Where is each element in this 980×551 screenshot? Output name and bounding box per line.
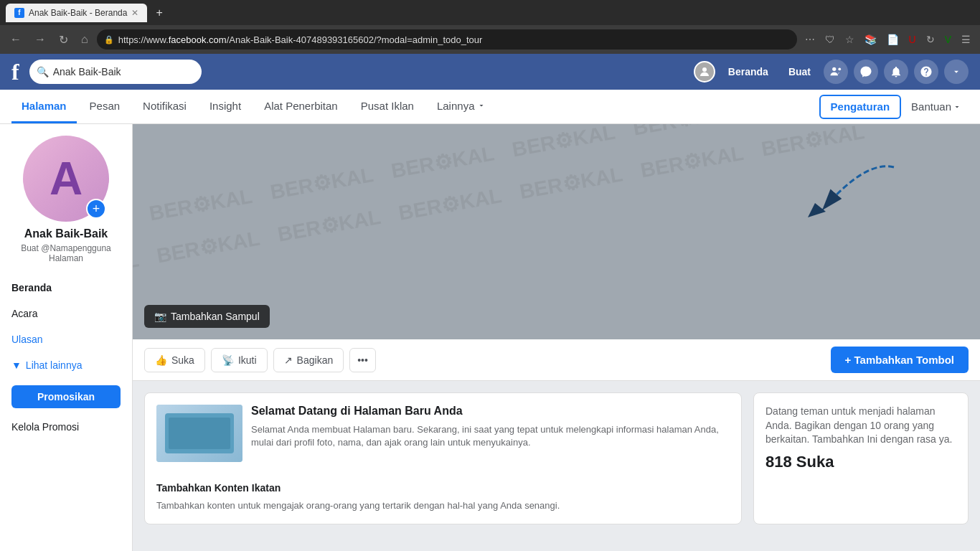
friends-icon-btn[interactable] bbox=[824, 60, 848, 84]
fb-header: f 🔍 Beranda Buat bbox=[0, 54, 980, 90]
sidebar-menu: Beranda Acara Ulasan ▼ Lihat lainnya bbox=[0, 275, 132, 378]
posts-area: Selamat Datang di Halaman Baru Anda Sela… bbox=[133, 381, 980, 536]
right-card-value: 818 Suka bbox=[765, 453, 956, 471]
beranda-link[interactable]: Beranda bbox=[721, 62, 776, 82]
post-thumbnail bbox=[156, 405, 242, 462]
fb-content: BER⚙KAL BER⚙KAL BER⚙KAL BER⚙KAL BER⚙KAL … bbox=[133, 124, 980, 551]
tab-title: Anak Baik-Baik - Beranda bbox=[29, 8, 127, 18]
search-icon: 🔍 bbox=[37, 66, 49, 77]
share-button[interactable]: ↗ Bagikan bbox=[273, 348, 344, 372]
add-cover-button[interactable]: 📷 Tambahkan Sampul bbox=[144, 305, 270, 328]
post-sub-desc: Tambahkan konten untuk mengajak orang-or… bbox=[145, 499, 741, 524]
fb-search-bar[interactable]: 🔍 bbox=[29, 60, 202, 84]
search-input[interactable] bbox=[53, 66, 182, 77]
share-icon: ↗ bbox=[284, 354, 293, 366]
nav-pusat-iklan[interactable]: Pusat Iklan bbox=[351, 90, 424, 123]
star-icon[interactable]: ☆ bbox=[842, 31, 858, 48]
arrow-annotation bbox=[779, 153, 923, 239]
browser-toolbar: ← → ↻ ⌂ 🔒 https://www.facebook.com/Anak-… bbox=[0, 25, 980, 54]
refresh-button[interactable]: ↻ bbox=[55, 30, 72, 50]
back-button[interactable]: ← bbox=[6, 30, 26, 49]
reader-icon[interactable]: 📄 bbox=[883, 31, 903, 48]
nav-pengaturan[interactable]: Pengaturan bbox=[819, 95, 902, 119]
address-text: https://www.facebook.com/Anak-Baik-Baik-… bbox=[118, 34, 790, 45]
help-icon-btn[interactable] bbox=[914, 60, 938, 84]
svg-marker-4 bbox=[808, 203, 826, 217]
home-button[interactable]: ⌂ bbox=[77, 30, 93, 49]
add-tombol-button[interactable]: + Tambahkan Tombol bbox=[831, 347, 969, 373]
nav-insight[interactable]: Insight bbox=[199, 90, 251, 123]
tab-favicon: f bbox=[14, 8, 24, 18]
messenger-icon-btn[interactable] bbox=[854, 60, 878, 84]
cover-photo: BER⚙KAL BER⚙KAL BER⚙KAL BER⚙KAL BER⚙KAL … bbox=[133, 124, 980, 339]
post-text: Selamat Datang di Halaman Baru Anda Sela… bbox=[251, 405, 730, 462]
fb-main: A + Anak Baik-Baik Buat @Namapengguna Ha… bbox=[0, 124, 980, 551]
sidebar-item-ulasan[interactable]: Ulasan bbox=[0, 326, 132, 352]
notifications-icon-btn[interactable] bbox=[884, 60, 908, 84]
buat-link[interactable]: Buat bbox=[781, 62, 818, 82]
fb-logo: f bbox=[11, 59, 19, 85]
follow-icon: 📡 bbox=[222, 354, 234, 366]
fb-sidebar: A + Anak Baik-Baik Buat @Namapengguna Ha… bbox=[0, 124, 133, 551]
address-domain: facebook.com bbox=[169, 34, 227, 45]
right-card-title: Datang teman untuk menjadi halaman Anda.… bbox=[765, 405, 956, 447]
post-sub-title: Tambahkan Konten Ikatan bbox=[156, 482, 730, 494]
profile-section: A + Anak Baik-Baik Buat @Namapengguna Ha… bbox=[0, 136, 132, 275]
chevron-down-icon-btn[interactable] bbox=[944, 60, 969, 84]
address-path: /Anak-Baik-Baik-407489393165602/?modal=a… bbox=[227, 34, 483, 45]
sidebar-item-lihat-lainnya[interactable]: ▼ Lihat lainnya bbox=[0, 352, 132, 378]
svg-point-2 bbox=[838, 67, 841, 70]
addon-icon[interactable]: U bbox=[905, 31, 920, 48]
nav-bantuan[interactable]: Bantuan bbox=[904, 90, 969, 123]
nav-halaman[interactable]: Halaman bbox=[11, 90, 77, 123]
new-tab-button[interactable]: + bbox=[153, 4, 165, 22]
post-content: Selamat Datang di Halaman Baru Anda Sela… bbox=[145, 393, 741, 474]
more-icon: ••• bbox=[357, 354, 368, 366]
main-post-card: Selamat Datang di Halaman Baru Anda Sela… bbox=[144, 392, 742, 524]
nav-lainnya[interactable]: Lainnya bbox=[427, 90, 496, 123]
follow-button[interactable]: 📡 Ikuti bbox=[211, 348, 268, 372]
promosikan-button[interactable]: Promosikan bbox=[11, 385, 121, 408]
svg-point-1 bbox=[832, 67, 836, 71]
nav-alat-penerbitan[interactable]: Alat Penerbitan bbox=[254, 90, 348, 123]
forward-button[interactable]: → bbox=[30, 30, 50, 49]
nav-notifikasi[interactable]: Notifikasi bbox=[133, 90, 197, 123]
fb-header-right: Beranda Buat bbox=[694, 60, 969, 84]
svg-point-0 bbox=[702, 67, 707, 72]
camera-icon: 📷 bbox=[154, 311, 166, 322]
more-button[interactable]: ••• bbox=[349, 348, 376, 372]
extensions-icon[interactable]: ⋯ bbox=[801, 31, 819, 48]
profile-username: Buat @Namapengguna Halaman bbox=[11, 243, 121, 263]
sidebar-item-acara[interactable]: Acara bbox=[0, 301, 132, 326]
profile-avatar: A + bbox=[23, 136, 109, 222]
post-desc: Selamat Anda membuat Halaman baru. Sekar… bbox=[251, 423, 730, 449]
address-bar[interactable]: 🔒 https://www.facebook.com/Anak-Baik-Bai… bbox=[97, 29, 797, 50]
tab-close-button[interactable]: ✕ bbox=[131, 8, 138, 18]
extension-v-icon[interactable]: V bbox=[941, 31, 955, 48]
shield-icon[interactable]: 🛡 bbox=[821, 31, 839, 48]
toolbar-icons: ⋯ 🛡 ☆ 📚 📄 U ↻ V ☰ bbox=[801, 31, 974, 48]
fb-nav: Halaman Pesan Notifikasi Insight Alat Pe… bbox=[0, 90, 980, 124]
browser-tab-active[interactable]: f Anak Baik-Baik - Beranda ✕ bbox=[6, 4, 147, 22]
profile-name: Anak Baik-Baik bbox=[11, 227, 121, 240]
refresh-icon[interactable]: ↻ bbox=[923, 31, 938, 48]
right-card: Datang teman untuk menjadi halaman Anda.… bbox=[753, 392, 969, 524]
kelola-promosi-link[interactable]: Kelola Promosi bbox=[0, 415, 132, 438]
chevron-icon: ▼ bbox=[11, 359, 22, 371]
menu-icon[interactable]: ☰ bbox=[958, 31, 974, 48]
profile-add-photo-button[interactable]: + bbox=[86, 199, 106, 219]
lock-icon: 🔒 bbox=[104, 35, 114, 44]
address-prefix: https://www. bbox=[118, 34, 169, 45]
profile-avatar-letter: A bbox=[50, 152, 83, 205]
like-button[interactable]: 👍 Suka bbox=[144, 348, 205, 372]
post-title: Selamat Datang di Halaman Baru Anda bbox=[251, 405, 730, 418]
browser-chrome: f Anak Baik-Baik - Beranda ✕ + bbox=[0, 0, 980, 25]
sidebar-item-beranda[interactable]: Beranda bbox=[0, 275, 132, 301]
library-icon[interactable]: 📚 bbox=[861, 31, 880, 48]
nav-pesan[interactable]: Pesan bbox=[80, 90, 131, 123]
like-icon: 👍 bbox=[155, 354, 167, 366]
user-avatar-small[interactable] bbox=[694, 61, 715, 83]
action-bar: 👍 Suka 📡 Ikuti ↗ Bagikan ••• + Tambahkan… bbox=[133, 339, 980, 381]
